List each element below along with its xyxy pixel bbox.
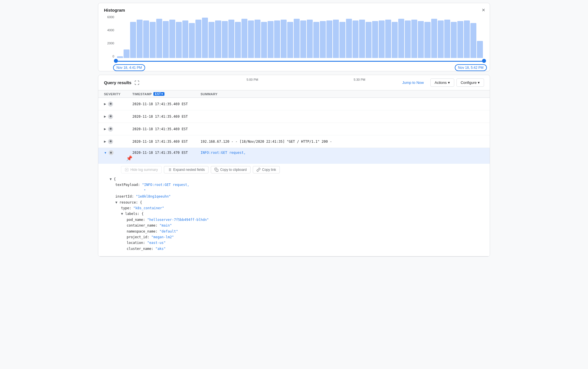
collapse-resource-icon[interactable]: ▼ — [115, 200, 117, 204]
time-label-500pm: 5:00 PM — [247, 78, 258, 81]
severity-icon: ✱ — [108, 101, 113, 107]
bars-container — [116, 15, 484, 58]
pin-icon[interactable]: 📌 — [126, 155, 132, 161]
bar — [156, 19, 162, 58]
bar — [477, 41, 483, 58]
log-labels-line: ▼ labels: { — [110, 211, 484, 217]
bar — [294, 19, 300, 58]
bar — [398, 19, 404, 58]
histogram-title: Histogram — [104, 8, 484, 13]
bar — [300, 20, 306, 58]
histogram-panel: Histogram × 6000 4000 2000 0 — [98, 3, 490, 71]
log-project-id-line: project_id: "megan-lm2" — [110, 234, 484, 240]
bar — [313, 22, 319, 58]
collapse-arrow-icon[interactable]: ▼ — [110, 177, 112, 181]
bar — [124, 49, 130, 58]
timestamp-cell: 2020-11-18 17:41:35.469 EST — [132, 140, 201, 144]
range-label-start[interactable]: Nov 18, 4:41 PM — [113, 64, 145, 71]
range-thumb-right[interactable] — [482, 59, 486, 63]
log-resource-line: ▼ resource: { — [110, 200, 484, 205]
collapse-labels-icon[interactable]: ▼ — [121, 212, 123, 216]
copy-to-clipboard-button[interactable]: Copy to clipboard — [211, 166, 250, 173]
col-header-summary: SUMMARY — [201, 92, 484, 96]
timestamp-cell: 2020-11-18 17:41:35.469 EST — [132, 127, 201, 131]
row-expand-col: ▶ ✱ — [104, 114, 132, 119]
row-expand-col: ▼ ✱ — [104, 150, 132, 155]
row-expand-col: ▶ ✱ — [104, 101, 132, 107]
bar — [424, 22, 430, 58]
bar — [320, 21, 326, 58]
bar — [130, 22, 136, 58]
row-expand-chevron[interactable]: ▶ — [104, 127, 106, 130]
tz-chevron-icon: ▾ — [161, 92, 163, 96]
bar — [353, 20, 358, 58]
log-namespace-line: namespace_name: "default" — [110, 229, 484, 234]
bar — [438, 20, 444, 58]
time-label-530pm: 5:30 PM — [354, 78, 365, 81]
bar — [235, 22, 241, 58]
log-detail-panel: Hide log summary Expand nested fields Co… — [98, 164, 490, 256]
bar — [431, 19, 437, 58]
bar — [117, 56, 123, 58]
bar — [143, 20, 149, 58]
row-expand-chevron[interactable]: ▶ — [104, 102, 106, 105]
time-axis: Nov 18, 4:41 PM 5:00 PM 5:30 PM Nov 18, … — [128, 78, 484, 81]
bar — [163, 21, 169, 58]
timezone-badge[interactable]: EST ▾ — [153, 92, 164, 96]
bar — [451, 22, 457, 58]
bar — [189, 23, 195, 58]
log-insert-id-line: insertId: "1e8kl8ng1qeeuhn" — [110, 194, 484, 199]
timestamp-cell: 2020-11-18 17:41:35.469 EST — [132, 115, 201, 119]
bar — [470, 23, 476, 58]
bar — [176, 22, 182, 58]
table-row[interactable]: ▶ ✱ 2020-11-18 17:41:35.469 EST — [98, 123, 490, 135]
log-container-name-line: container_name: "main" — [110, 223, 484, 228]
histogram-close-button[interactable]: × — [482, 7, 485, 13]
bar — [208, 22, 214, 58]
bar — [137, 20, 143, 58]
y-axis-labels: 6000 4000 2000 0 — [104, 15, 116, 58]
bar — [274, 20, 280, 58]
bar — [222, 21, 228, 58]
bar — [307, 20, 313, 58]
timestamp-cell: 2020-11-18 17:41:35.469 EST — [132, 102, 201, 106]
row-collapse-chevron[interactable]: ▼ — [104, 151, 107, 154]
y-label-0: 0 — [112, 55, 114, 58]
row-expand-chevron[interactable]: ▶ — [104, 140, 106, 143]
row-expand-chevron[interactable]: ▶ — [104, 115, 106, 118]
col-header-timestamp: TIMESTAMP EST ▾ — [132, 92, 201, 96]
table-row-expanded[interactable]: ▼ ✱ 2020-11-18 17:41:35.470 EST INFO:roo… — [98, 148, 490, 164]
bar — [326, 20, 332, 58]
bar — [215, 20, 221, 58]
bar — [195, 20, 201, 58]
range-thumb-left[interactable] — [114, 59, 118, 63]
bar — [379, 20, 385, 58]
severity-icon: ✱ — [109, 150, 114, 155]
row-expand-col: ▶ ✱ — [104, 127, 132, 132]
table-row[interactable]: ▶ ✱ 2020-11-18 17:41:35.469 EST — [98, 98, 490, 110]
results-header: Query results Jump to Now Actions ▾ Conf… — [98, 75, 490, 90]
bar — [182, 20, 188, 58]
range-slider[interactable]: Nov 18, 4:41 PM Nov 18, 5:42 PM — [116, 59, 484, 68]
bar — [255, 20, 260, 58]
table-row[interactable]: ▶ ✱ 2020-11-18 17:41:35.469 EST 192.168.… — [98, 135, 490, 148]
bar — [372, 21, 378, 58]
table-row[interactable]: ▶ ✱ 2020-11-18 17:41:35.469 EST — [98, 110, 490, 123]
copy-link-button[interactable]: Copy link — [253, 166, 280, 173]
range-fill — [116, 61, 484, 62]
log-location-line: location: "east-us" — [110, 240, 484, 246]
results-title: Query results — [104, 80, 132, 85]
bar — [366, 22, 372, 58]
bar — [385, 20, 391, 58]
expand-nested-icon — [168, 168, 172, 172]
histogram-chart: 6000 4000 2000 0 — [104, 15, 484, 67]
expand-nested-fields-button[interactable]: Expand nested fields — [164, 166, 208, 173]
bar — [169, 20, 175, 58]
y-label-4000: 4000 — [107, 28, 114, 32]
log-text-payload-line: textPayload: "INFO:root:GET request, — [110, 182, 484, 188]
bar — [150, 22, 156, 58]
range-label-end[interactable]: Nov 18, 5:42 PM — [455, 64, 487, 71]
hide-log-summary-button[interactable]: Hide log summary — [121, 166, 162, 173]
bar — [444, 20, 450, 58]
bar — [281, 20, 287, 58]
